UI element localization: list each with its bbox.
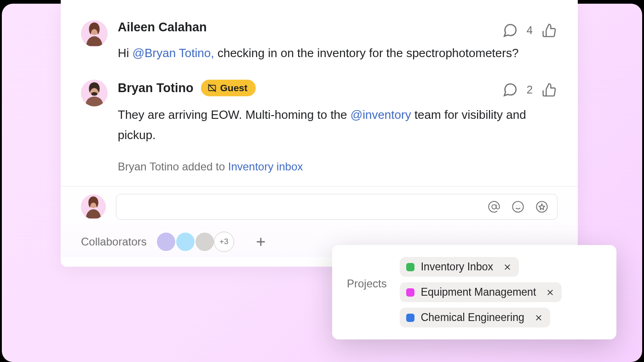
collaborators-label: Collaborators <box>81 235 147 248</box>
collaborator-more[interactable]: +3 <box>214 232 234 252</box>
like-icon[interactable] <box>541 22 558 39</box>
like-icon[interactable] <box>541 82 558 98</box>
projects-label: Projects <box>347 257 387 327</box>
comment: Aileen Calahan Hi @Bryan Totino, checkin… <box>81 20 558 63</box>
comment-input[interactable] <box>116 194 558 220</box>
guest-badge: Guest <box>201 80 256 96</box>
project-color-dot <box>406 263 414 271</box>
project-color-dot <box>406 288 414 297</box>
avatar[interactable] <box>81 80 108 106</box>
comment: Bryan Totino Guest They are arriving EOW… <box>81 80 558 145</box>
project-chip[interactable]: Chemical Engineering <box>400 308 550 327</box>
mention[interactable]: @Bryan Totino, <box>132 46 214 60</box>
star-icon[interactable] <box>535 200 549 214</box>
guest-icon <box>207 83 217 93</box>
svg-point-4 <box>91 92 98 96</box>
comment-author: Bryan Totino <box>118 81 194 95</box>
svg-point-10 <box>512 201 523 212</box>
mention[interactable]: @inventory <box>351 108 411 122</box>
mention-icon[interactable] <box>487 200 501 214</box>
remove-project-icon[interactable] <box>545 287 555 298</box>
comment-text: Hi @Bryan Totino, checking in on the inv… <box>118 43 558 63</box>
emoji-icon[interactable] <box>511 200 525 214</box>
comment-text: They are arriving EOW. Multi-homing to t… <box>118 105 558 145</box>
project-name: Inventory Inbox <box>421 261 493 273</box>
avatar[interactable] <box>81 20 108 47</box>
collaborator-avatar[interactable] <box>195 232 215 252</box>
projects-popover: Projects Inventory Inbox Equipment Manag… <box>332 245 616 339</box>
system-link[interactable]: Inventory inbox <box>228 160 303 173</box>
like-count: 2 <box>527 83 533 96</box>
comment-author: Aileen Calahan <box>118 20 207 35</box>
project-color-dot <box>406 314 414 322</box>
project-chip[interactable]: Inventory Inbox <box>400 257 519 277</box>
project-chip[interactable]: Equipment Management <box>400 282 562 302</box>
svg-marker-14 <box>539 204 545 210</box>
collaborator-avatars: +3 <box>157 232 234 252</box>
project-name: Equipment Management <box>421 286 536 298</box>
add-collaborator-button[interactable] <box>251 232 271 252</box>
reply-icon[interactable] <box>502 82 518 98</box>
collaborator-avatar[interactable] <box>156 232 176 252</box>
collaborator-avatar[interactable] <box>175 232 196 252</box>
svg-point-9 <box>492 204 496 209</box>
system-message: Bryan Totino added to Inventory inbox <box>81 160 558 173</box>
comments-panel: Aileen Calahan Hi @Bryan Totino, checkin… <box>61 0 578 267</box>
remove-project-icon[interactable] <box>534 313 544 323</box>
like-count: 4 <box>527 24 533 37</box>
project-name: Chemical Engineering <box>421 311 524 324</box>
remove-project-icon[interactable] <box>502 262 512 272</box>
reply-icon[interactable] <box>502 22 518 39</box>
avatar-self[interactable] <box>81 194 106 219</box>
